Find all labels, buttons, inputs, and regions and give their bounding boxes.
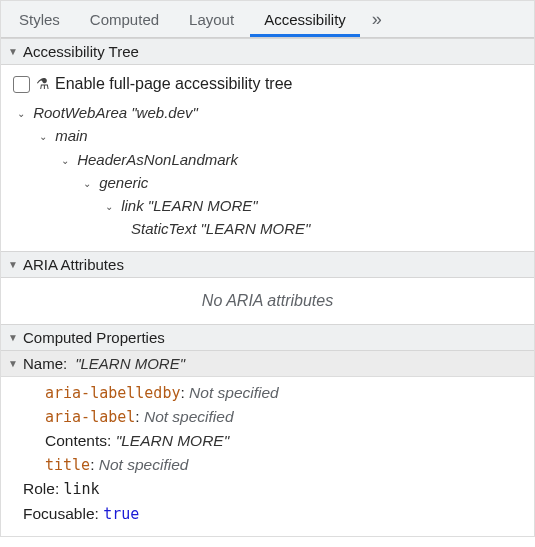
role-value: link [64,480,100,498]
tree-node[interactable]: ⌄ RootWebArea "web.dev" [11,101,524,124]
name-source-value: Not specified [189,384,279,401]
computed-name-value: "LEARN MORE" [75,355,185,372]
tree-node[interactable]: ⌄ generic [11,171,524,194]
computed-properties-body: aria-labelledby: Not specified aria-labe… [1,377,534,536]
section-title: ARIA Attributes [23,256,124,273]
tree-node-name: "LEARN MORE" [200,220,310,237]
focusable-value: true [103,505,139,523]
name-source-value: "LEARN MORE" [116,432,230,449]
name-source-value: Not specified [99,456,189,473]
tree-node-name: "LEARN MORE" [148,197,258,214]
section-header-accessibility-tree[interactable]: ▼ Accessibility Tree [1,38,534,65]
accessibility-tree-body: ⚗ Enable full-page accessibility tree ⌄ … [1,65,534,251]
tab-overflow-button[interactable]: » [362,9,392,30]
name-source-key: title [45,456,90,474]
tree-node-role: HeaderAsNonLandmark [77,151,238,168]
tree-node-role: link [121,197,144,214]
tree-node-role: RootWebArea [33,104,127,121]
computed-role-row: Role: link [11,477,524,501]
tree-node[interactable]: ⌄ link "LEARN MORE" [11,194,524,217]
name-source-row: aria-label: Not specified [11,405,524,429]
tab-computed[interactable]: Computed [76,1,173,37]
name-source-key: aria-label [45,408,135,426]
experiment-icon: ⚗ [36,75,49,93]
role-label: Role: [23,480,59,497]
expand-arrow-icon[interactable]: ⌄ [39,129,51,145]
computed-name-label: Name: [23,355,67,372]
disclosure-triangle-icon: ▼ [7,46,19,57]
tab-styles[interactable]: Styles [5,1,74,37]
name-source-row: aria-labelledby: Not specified [11,381,524,405]
tree-node[interactable]: ⌄ HeaderAsNonLandmark [11,148,524,171]
section-header-aria-attributes[interactable]: ▼ ARIA Attributes [1,251,534,278]
expand-arrow-icon[interactable]: ⌄ [83,176,95,192]
checkbox-enable-full-page-tree[interactable] [13,76,30,93]
tree-node-role: StaticText [131,220,196,237]
section-title: Computed Properties [23,329,165,346]
computed-focusable-row: Focusable: true [11,502,524,526]
tree-node[interactable]: ⌄ main [11,124,524,147]
enable-full-page-tree-row[interactable]: ⚗ Enable full-page accessibility tree [11,71,524,101]
tab-accessibility[interactable]: Accessibility [250,1,360,37]
section-title: Accessibility Tree [23,43,139,60]
tab-layout[interactable]: Layout [175,1,248,37]
expand-arrow-icon[interactable]: ⌄ [17,106,29,122]
accessibility-tree: ⌄ RootWebArea "web.dev" ⌄ main ⌄ HeaderA… [11,101,524,241]
tree-node-role: generic [99,174,148,191]
disclosure-triangle-icon: ▼ [7,332,19,343]
accessibility-panel: Styles Computed Layout Accessibility » ▼… [0,0,535,537]
tree-node-role: main [55,127,88,144]
name-source-row: title: Not specified [11,453,524,477]
tree-node-name: "web.dev" [131,104,198,121]
expand-arrow-icon[interactable]: ⌄ [105,199,117,215]
devtools-tab-bar: Styles Computed Layout Accessibility » [1,1,534,38]
tree-node[interactable]: StaticText "LEARN MORE" [11,217,524,240]
disclosure-triangle-icon: ▼ [7,259,19,270]
focusable-label: Focusable: [23,505,99,522]
name-source-row: Contents: "LEARN MORE" [11,429,524,453]
section-header-computed-properties[interactable]: ▼ Computed Properties [1,324,534,351]
name-source-key: aria-labelledby [45,384,180,402]
expand-arrow-icon[interactable]: ⌄ [61,153,73,169]
name-source-value: Not specified [144,408,234,425]
name-source-key: Contents [45,432,107,449]
no-aria-attributes-message: No ARIA attributes [1,278,534,324]
disclosure-triangle-icon: ▼ [7,358,19,369]
computed-name-row[interactable]: ▼ Name: "LEARN MORE" [1,351,534,377]
checkbox-label: Enable full-page accessibility tree [55,75,292,93]
